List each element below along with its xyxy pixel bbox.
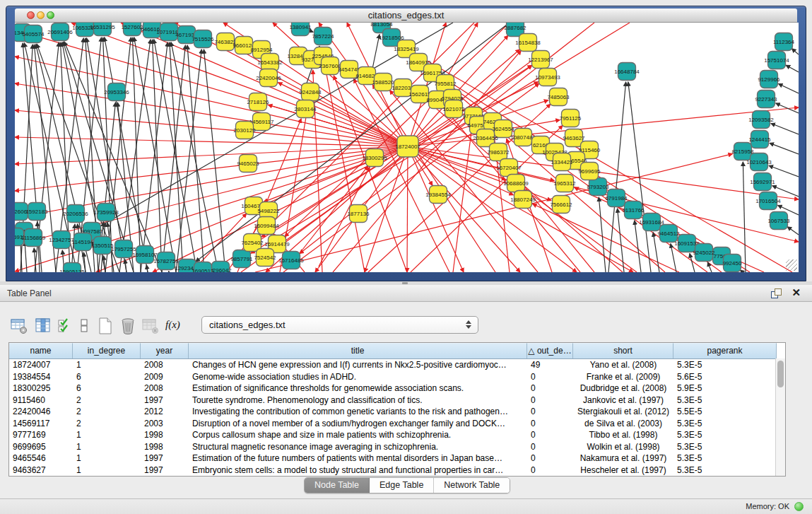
tab-node-table[interactable]: Node Table [305, 478, 370, 493]
graph-node[interactable]: 1621072 [442, 100, 465, 118]
table-cell[interactable]: 5.3E-5 [673, 441, 777, 453]
clear-selection-icon[interactable] [75, 317, 93, 335]
graph-node[interactable]: 10973493 [535, 69, 560, 86]
graph-node[interactable]: 9245022 [693, 244, 715, 262]
table-cell[interactable]: 6 [73, 382, 141, 395]
graph-node[interactable]: 1067533 [767, 212, 790, 230]
table-cell[interactable]: Franke et al. (2009) [573, 371, 673, 383]
table-cell[interactable]: Tibbo et al. (1998) [573, 429, 673, 441]
column-header-name[interactable]: name [9, 343, 73, 358]
table-cell[interactable]: Estimation of significance thresholds fo… [189, 382, 527, 395]
show-columns-icon[interactable] [34, 317, 52, 335]
graph-node[interactable]: 1527602 [121, 23, 143, 36]
table-cell[interactable]: Hescheler et al. (1997) [573, 465, 673, 477]
table-row[interactable]: 911546021997Tourette syndrome. Phenomeno… [9, 395, 785, 407]
table-cell[interactable]: Tourette syndrome. Phenomenology and cla… [189, 395, 527, 407]
graph-node[interactable]: 2030129 [233, 122, 256, 139]
table-cell[interactable]: 2009 [141, 371, 189, 383]
table-cell[interactable]: 1997 [141, 452, 189, 465]
table-row[interactable]: 969969511998Structural magnetic resonanc… [9, 441, 785, 453]
graph-node[interactable]: 1145194 [72, 233, 94, 251]
graph-node[interactable]: 1592183 [25, 203, 48, 221]
table-cell[interactable]: 1998 [141, 429, 189, 441]
table-row[interactable]: 946362711997Embryonic stem cells: a mode… [9, 465, 785, 477]
column-header-short[interactable]: short [573, 343, 673, 358]
table-cell[interactable]: 9115460 [9, 395, 73, 407]
table-cell[interactable]: 49 [527, 359, 573, 371]
graph-node[interactable]: 17016504 [755, 192, 781, 210]
table-cell[interactable]: 22420046 [9, 406, 73, 418]
graph-node[interactable]: 9465023 [237, 155, 259, 173]
new-document-icon[interactable] [96, 317, 114, 335]
graph-node[interactable]: 9464512 [657, 225, 680, 243]
table-cell[interactable]: 0 [527, 395, 573, 407]
splitter-handle[interactable] [402, 282, 408, 284]
table-cell[interactable]: Yano et al. (2008) [573, 359, 673, 371]
table-cell[interactable]: 1 [73, 429, 141, 441]
table-row[interactable]: 946554611997Estimation of the future num… [9, 452, 785, 465]
table-cell[interactable]: 18300295 [9, 382, 73, 395]
graph-node[interactable]: 19384554 [425, 186, 451, 204]
graph-node[interactable]: 12093582 [748, 111, 774, 129]
resize-grip-icon[interactable] [786, 259, 797, 271]
table-cell[interactable]: Stergiakouli et al. (2012) [573, 406, 673, 418]
table-cell[interactable]: Disruption of a novel member of a sodium… [189, 418, 527, 430]
table-cell[interactable]: 9699695 [9, 441, 73, 453]
graph-node[interactable]: 7951125 [560, 110, 582, 127]
graph-node[interactable]: 15751074 [764, 52, 789, 69]
table-cell[interactable]: 0 [527, 406, 573, 418]
table-cell[interactable]: Embryonic stem cells: a model to study s… [189, 465, 527, 477]
table-row[interactable]: 1830029562008Estimation of significance … [9, 382, 785, 395]
table-cell[interactable]: 1 [73, 359, 141, 371]
column-header-in_degree[interactable]: in_degree [73, 343, 141, 358]
graph-node[interactable]: 1690513 [192, 262, 214, 273]
graph-node[interactable]: 9131766 [622, 201, 645, 219]
close-panel-icon[interactable]: ✕ [792, 287, 801, 298]
function-builder-icon[interactable]: f(x) [165, 319, 184, 337]
table-cell[interactable]: 5.3E-5 [673, 465, 777, 477]
table-row[interactable]: 1938455462009Genome-wide association stu… [9, 371, 785, 383]
graph-node[interactable]: 9857791 [230, 250, 253, 268]
table-cell[interactable]: 5.3E-5 [673, 395, 777, 407]
column-header-title[interactable]: title [189, 343, 527, 358]
graph-node[interactable]: 1244415 [748, 131, 771, 148]
graph-node[interactable]: 9129966 [758, 71, 780, 88]
graph-node[interactable]: 9699695 [578, 163, 601, 180]
window-titlebar[interactable]: citations_edges.txt [15, 8, 797, 23]
table-cell[interactable]: Nakamura et al. (1997) [573, 452, 673, 465]
table-cell[interactable]: 1 [73, 465, 141, 477]
table-select-combo[interactable]: citations_edges.txt [201, 316, 478, 334]
graph-node[interactable]: 7857224 [312, 28, 334, 45]
graph-node[interactable]: 2803144 [294, 100, 317, 118]
graph-node[interactable]: 10210643 [746, 153, 772, 171]
table-row[interactable]: 1456911722003Disruption of a novel membe… [9, 418, 785, 430]
graph-node[interactable]: 1877136 [347, 205, 370, 223]
scrollbar-thumb[interactable] [777, 361, 784, 387]
column-header-pagerank[interactable]: pagerank [673, 343, 777, 358]
graph-node[interactable]: 20206536 [63, 205, 88, 223]
graph-node[interactable]: 1588520 [372, 74, 394, 91]
graph-node[interactable]: 992450 [723, 255, 742, 272]
table-cell[interactable]: 5.9E-5 [673, 382, 777, 395]
delete-icon[interactable] [119, 317, 137, 335]
graph-node[interactable]: 12213967 [528, 51, 553, 69]
table-cell[interactable]: 5.5E-5 [673, 406, 777, 418]
table-cell[interactable]: 5.3E-5 [673, 429, 777, 441]
table-cell[interactable]: 0 [527, 465, 573, 477]
table-cell[interactable]: 2012 [141, 406, 189, 418]
graph-node[interactable]: 15692971 [750, 173, 775, 191]
graph-node[interactable]: 1380941 [289, 23, 312, 36]
table-cell[interactable]: 1 [73, 441, 141, 453]
graph-node[interactable]: 1965312 [553, 175, 576, 192]
column-header-out_de[interactable]: △ out_de… [527, 343, 573, 358]
table-cell[interactable]: Wolkin et al. (1998) [573, 441, 673, 453]
table-cell[interactable]: 9777169 [9, 429, 73, 441]
graph-node[interactable]: 1112364 [773, 33, 795, 51]
graph-node[interactable]: 16154838 [515, 34, 541, 52]
table-cell[interactable]: Dudbridge et al. (2008) [573, 382, 673, 395]
table-cell[interactable]: 5.6E-5 [673, 371, 777, 383]
table-cell[interactable]: 5.3E-5 [673, 359, 777, 371]
table-cell[interactable]: 0 [527, 429, 573, 441]
graph-node[interactable]: 18724007 [395, 136, 420, 157]
graph-node[interactable]: 5405574 [22, 25, 45, 43]
